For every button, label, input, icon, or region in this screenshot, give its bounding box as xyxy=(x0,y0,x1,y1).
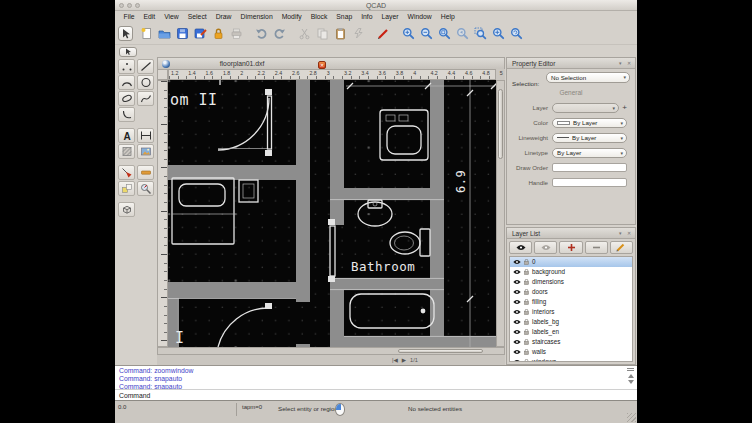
hide-all-layers-button[interactable] xyxy=(534,241,557,254)
layer-lock-icon[interactable] xyxy=(524,309,529,316)
selection-combobox[interactable]: No Selection xyxy=(546,72,630,83)
handle-input[interactable] xyxy=(552,178,627,187)
close-document-button[interactable] xyxy=(318,61,326,69)
app-cursor-button[interactable] xyxy=(118,26,133,41)
undo-button[interactable] xyxy=(253,25,270,42)
layer-lock-icon[interactable] xyxy=(524,269,529,276)
layer-row[interactable]: filling xyxy=(510,297,632,307)
prev-view-button[interactable]: |◀ xyxy=(392,357,398,363)
layer-row[interactable]: labels_en xyxy=(510,327,632,337)
vertical-scroll-thumb[interactable] xyxy=(498,89,503,159)
layer-lock-icon[interactable] xyxy=(524,279,529,286)
arc-tool-button[interactable] xyxy=(118,75,135,90)
menu-item[interactable]: Snap xyxy=(332,13,357,20)
add-layer-button[interactable] xyxy=(559,241,582,254)
menu-item[interactable]: Window xyxy=(403,13,436,20)
layer-lock-icon[interactable] xyxy=(524,289,529,296)
solid-tool-button[interactable] xyxy=(118,202,135,217)
layer-lock-icon[interactable] xyxy=(524,339,529,346)
draw-order-tool-button[interactable] xyxy=(137,165,154,180)
layer-visible-icon[interactable] xyxy=(513,329,521,336)
edit-layer-button[interactable] xyxy=(610,241,633,254)
close-panel-icon[interactable] xyxy=(627,61,632,66)
drawing-canvas[interactable]: om II n I Bathroom 6.9 xyxy=(168,80,496,347)
zoom-out-button[interactable] xyxy=(418,25,435,42)
zoom-in-button[interactable] xyxy=(400,25,417,42)
menu-item[interactable]: Modify xyxy=(277,13,306,20)
menu-item[interactable]: File xyxy=(119,13,139,20)
layer-lock-icon[interactable] xyxy=(524,329,529,336)
archive-button[interactable] xyxy=(210,25,227,42)
horizontal-scrollbar[interactable] xyxy=(157,347,505,355)
layer-visible-icon[interactable] xyxy=(513,309,521,316)
layer-row[interactable]: walls xyxy=(510,347,632,357)
draw-order-input[interactable] xyxy=(552,163,627,172)
remove-layer-button[interactable] xyxy=(585,241,608,254)
horizontal-scroll-thumb[interactable] xyxy=(398,349,483,353)
menu-item[interactable]: Block xyxy=(306,13,332,20)
layer-visible-icon[interactable] xyxy=(513,349,521,356)
layer-row[interactable]: staircases xyxy=(510,337,632,347)
float-panel-icon[interactable] xyxy=(619,61,624,66)
print-button[interactable] xyxy=(228,25,245,42)
copy-button[interactable] xyxy=(314,25,331,42)
layer-visible-icon[interactable] xyxy=(513,339,521,346)
reset-button[interactable] xyxy=(350,25,367,42)
modify-tool-button[interactable] xyxy=(118,165,135,180)
layer-row[interactable]: dimensions xyxy=(510,277,632,287)
layer-visible-icon[interactable] xyxy=(513,359,521,363)
menu-item[interactable]: View xyxy=(160,13,184,20)
menu-item[interactable]: Help xyxy=(436,13,459,20)
new-file-button[interactable] xyxy=(138,25,155,42)
layer-visible-icon[interactable] xyxy=(513,289,521,296)
paste-button[interactable] xyxy=(332,25,349,42)
zoom-redraw-button[interactable] xyxy=(508,25,525,42)
block-tool-button[interactable] xyxy=(118,181,135,196)
menu-item[interactable]: Draw xyxy=(211,13,236,20)
scroll-up-icon[interactable] xyxy=(628,374,634,378)
show-all-layers-button[interactable] xyxy=(509,241,532,254)
zoom-previous-button[interactable] xyxy=(454,25,471,42)
next-view-button[interactable]: ▶ xyxy=(402,357,406,363)
float-panel-icon[interactable] xyxy=(619,231,624,236)
zoom-window-button[interactable] xyxy=(472,25,489,42)
menu-item[interactable]: Dimension xyxy=(236,13,277,20)
save-button[interactable] xyxy=(174,25,191,42)
menu-item[interactable]: Layer xyxy=(377,13,403,20)
command-input[interactable]: Command xyxy=(115,389,637,400)
hatch-tool-button[interactable] xyxy=(118,144,135,159)
open-file-button[interactable] xyxy=(156,25,173,42)
layer-row[interactable]: doors xyxy=(510,287,632,297)
layer-row[interactable]: labels_bg xyxy=(510,317,632,327)
dimension-tool-button[interactable] xyxy=(137,128,154,143)
window-controls[interactable] xyxy=(119,3,140,8)
selection-pointer-button[interactable] xyxy=(119,47,137,57)
draw-pen-button[interactable] xyxy=(375,25,392,42)
layer-combobox[interactable] xyxy=(552,103,619,113)
layer-visible-icon[interactable] xyxy=(513,259,521,266)
menu-item[interactable]: Info xyxy=(357,13,377,20)
close-window-button[interactable] xyxy=(119,3,124,8)
lineweight-combobox[interactable]: By Layer xyxy=(552,133,627,143)
scroll-down-icon[interactable] xyxy=(628,380,634,384)
circle-tool-button[interactable] xyxy=(137,75,154,90)
auto-zoom-button[interactable] xyxy=(436,25,453,42)
point-tool-button[interactable] xyxy=(118,59,135,74)
layer-visible-icon[interactable] xyxy=(513,269,521,276)
layer-lock-icon[interactable] xyxy=(524,319,529,326)
save-as-button[interactable] xyxy=(192,25,209,42)
title-bar[interactable]: QCAD xyxy=(115,0,637,11)
menu-item[interactable]: Select xyxy=(183,13,211,20)
redo-button[interactable] xyxy=(271,25,288,42)
minimize-window-button[interactable] xyxy=(127,3,132,8)
polyline-tool-button[interactable] xyxy=(118,107,135,122)
layer-list-title[interactable]: Layer List xyxy=(507,228,635,239)
property-editor-title[interactable]: Property Editor xyxy=(507,58,635,69)
close-panel-icon[interactable] xyxy=(627,231,632,236)
cut-button[interactable] xyxy=(296,25,313,42)
linetype-combobox[interactable]: By Layer xyxy=(552,148,627,158)
layer-row[interactable]: interiors xyxy=(510,307,632,317)
layer-visible-icon[interactable] xyxy=(513,279,521,286)
layer-visible-icon[interactable] xyxy=(513,319,521,326)
menu-item[interactable]: Edit xyxy=(139,13,160,20)
